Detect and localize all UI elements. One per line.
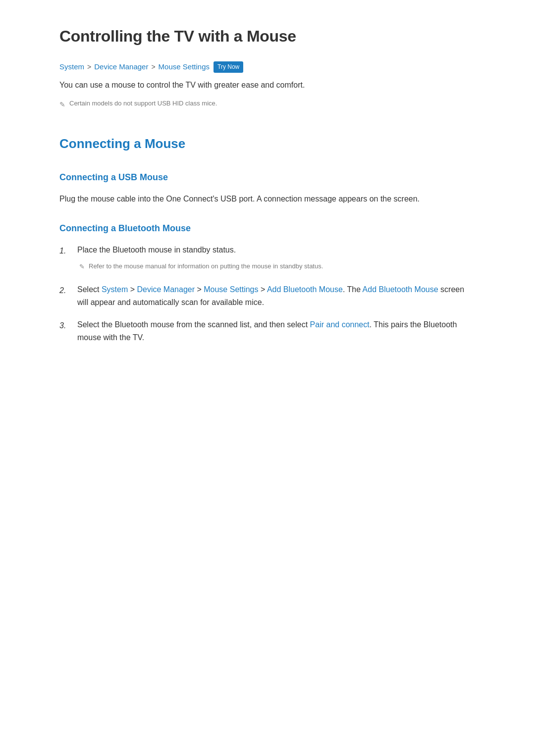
step-2-content: Select System > Device Manager > Mouse S… [77, 283, 476, 309]
breadcrumb-sep1: > [87, 61, 91, 72]
note-text: Certain models do not support USB HID cl… [69, 99, 217, 108]
step-1-text: Place the Bluetooth mouse in standby sta… [77, 246, 236, 254]
subsection-title-usb: Connecting a USB Mouse [59, 170, 476, 185]
step-2-number: 2. [59, 283, 69, 297]
step-2-link-device-manager[interactable]: Device Manager [137, 285, 195, 294]
step-2-link-mouse-settings[interactable]: Mouse Settings [204, 285, 258, 294]
breadcrumb-system[interactable]: System [59, 61, 84, 73]
usb-mouse-subsection: Connecting a USB Mouse Plug the mouse ca… [59, 170, 476, 205]
intro-text: You can use a mouse to control the TV wi… [59, 79, 476, 92]
section-title-connecting: Connecting a Mouse [59, 134, 476, 154]
step-2-link-system[interactable]: System [102, 285, 128, 294]
step-3-link-pair[interactable]: Pair and connect [310, 320, 370, 329]
note-icon: ✎ [59, 99, 65, 110]
step-3-number: 3. [59, 318, 69, 332]
breadcrumb-sep2: > [151, 61, 155, 72]
breadcrumb-device-manager[interactable]: Device Manager [94, 61, 148, 73]
step-2-link-add-bluetooth-2[interactable]: Add Bluetooth Mouse [363, 285, 438, 294]
step-1-number: 1. [59, 244, 69, 257]
connecting-a-mouse-section: Connecting a Mouse Connecting a USB Mous… [59, 134, 476, 344]
page-container: Controlling the TV with a Mouse System >… [30, 0, 505, 393]
step-1-note: ✎ Refer to the mouse manual for informat… [77, 261, 476, 272]
step-2: 2. Select System > Device Manager > Mous… [59, 283, 476, 309]
step-1-note-text: Refer to the mouse manual for informatio… [89, 261, 323, 271]
try-now-badge[interactable]: Try Now [214, 61, 243, 73]
page-title: Controlling the TV with a Mouse [59, 24, 476, 49]
bluetooth-mouse-subsection: Connecting a Bluetooth Mouse 1. Place th… [59, 221, 476, 345]
breadcrumb: System > Device Manager > Mouse Settings… [59, 61, 476, 73]
step-1-note-icon: ✎ [79, 262, 85, 272]
usb-body-text: Plug the mouse cable into the One Connec… [59, 193, 476, 205]
intro-note: ✎ Certain models do not support USB HID … [59, 99, 476, 110]
step-1: 1. Place the Bluetooth mouse in standby … [59, 244, 476, 274]
bluetooth-steps-list: 1. Place the Bluetooth mouse in standby … [59, 244, 476, 345]
step-3-text: Select the Bluetooth mouse from the scan… [77, 320, 457, 342]
subsection-title-bluetooth: Connecting a Bluetooth Mouse [59, 221, 476, 236]
breadcrumb-mouse-settings[interactable]: Mouse Settings [159, 61, 210, 73]
step-2-text: Select System > Device Manager > Mouse S… [77, 285, 464, 306]
step-3: 3. Select the Bluetooth mouse from the s… [59, 318, 476, 345]
step-2-link-add-bluetooth[interactable]: Add Bluetooth Mouse [267, 285, 343, 294]
step-3-content: Select the Bluetooth mouse from the scan… [77, 318, 476, 345]
step-1-content: Place the Bluetooth mouse in standby sta… [77, 244, 476, 274]
